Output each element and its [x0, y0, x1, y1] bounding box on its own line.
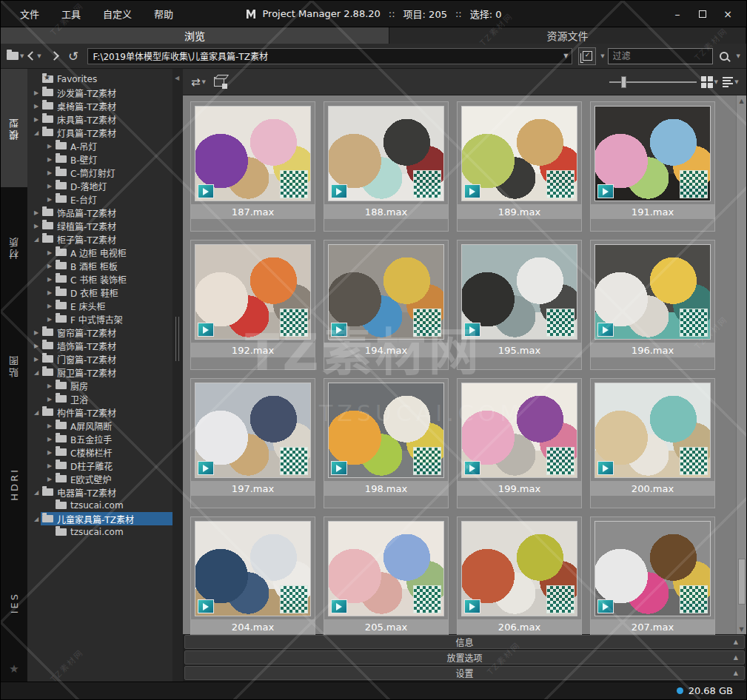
asset-thumbnail[interactable]: [461, 244, 577, 340]
rollout-bar[interactable]: 设置 ▲: [184, 666, 745, 680]
splitter-grip[interactable]: [175, 317, 179, 361]
tree-item[interactable]: ▶ E-台灯: [27, 192, 172, 206]
menu-item[interactable]: 帮助: [145, 4, 182, 24]
asset-thumbnail[interactable]: [195, 244, 311, 340]
expand-arrow-icon[interactable]: ▶: [45, 289, 54, 296]
slider-thumb[interactable]: [621, 76, 626, 88]
menu-item[interactable]: 工具: [53, 4, 90, 24]
tree-item[interactable]: ▶ C 书柜 装饰柜: [27, 272, 172, 286]
main-tab[interactable]: 浏览: [1, 27, 389, 44]
main-tab[interactable]: 资源文件: [389, 27, 746, 44]
favorites-star-icon[interactable]: ★: [9, 662, 19, 676]
tree-item[interactable]: ▶ A-吊灯: [27, 139, 172, 152]
asset-card[interactable]: 191.max: [590, 101, 715, 232]
tree-item[interactable]: ◢ 灯具篇-TZ素材: [27, 126, 172, 139]
refresh-button[interactable]: ↻: [65, 47, 81, 66]
scroll-down-icon[interactable]: ▼: [739, 624, 743, 634]
expand-arrow-icon[interactable]: ▶: [45, 183, 54, 189]
expand-arrow-icon[interactable]: ▶: [32, 90, 41, 96]
category-tab[interactable]: IES: [1, 544, 27, 662]
tree-item[interactable]: ▶ B五金拉手: [27, 432, 172, 445]
expand-arrow-icon[interactable]: ▶: [45, 276, 54, 283]
tree-item[interactable]: ▶ E欧式壁炉: [27, 472, 172, 485]
asset-card[interactable]: 206.max: [457, 516, 582, 647]
tree-item[interactable]: ▶ 饰品篇-TZ素材: [27, 206, 172, 219]
reload-thumbnails-button[interactable]: ⇄▼: [190, 73, 207, 92]
expand-arrow-icon[interactable]: ▶: [45, 383, 54, 389]
minimize-button[interactable]: –: [666, 6, 689, 22]
tree-item[interactable]: ▶ C楼梯栏杆: [27, 445, 172, 459]
path-combobox[interactable]: F:\2019单体模型库收集\儿童家具篇-TZ素材 ▼: [87, 48, 572, 64]
expand-arrow-icon[interactable]: ▶: [45, 396, 54, 403]
asset-thumbnail[interactable]: [195, 106, 311, 201]
thumbnail-size-slider[interactable]: [609, 76, 697, 88]
expand-arrow-icon[interactable]: ▶: [32, 343, 41, 349]
expand-arrow-icon[interactable]: ▶: [45, 449, 54, 456]
asset-thumbnail[interactable]: [461, 383, 577, 478]
asset-card[interactable]: 189.max: [457, 101, 582, 232]
asset-thumbnail[interactable]: [594, 521, 711, 616]
asset-card[interactable]: 199.max: [457, 378, 582, 508]
asset-thumbnail[interactable]: [195, 383, 311, 478]
tree-item[interactable]: Favorites: [27, 73, 172, 86]
expand-arrow-icon[interactable]: ◢: [32, 409, 41, 416]
tree-item[interactable]: ◢ 电器篇-TZ素材: [27, 485, 172, 499]
view-mode-button[interactable]: ▼: [701, 73, 718, 92]
path-value[interactable]: F:\2019单体模型库收集\儿童家具篇-TZ素材: [88, 50, 560, 62]
category-tab[interactable]: 模型: [1, 69, 27, 187]
close-button[interactable]: ×: [717, 6, 739, 22]
tree-item[interactable]: ▶ 墙饰篇-TZ素材: [27, 339, 172, 352]
root-folder-button[interactable]: ▼: [7, 47, 24, 66]
menu-item[interactable]: 自定义: [94, 4, 141, 24]
expand-arrow-icon[interactable]: ◢: [32, 489, 41, 496]
sort-button[interactable]: ▼: [723, 73, 739, 92]
expand-arrow-icon[interactable]: ◢: [32, 236, 41, 243]
tree-item[interactable]: ▶ 床具篇-TZ素材: [27, 112, 172, 126]
expand-arrow-icon[interactable]: ▶: [32, 209, 41, 216]
panel-splitter[interactable]: ◀: [172, 69, 183, 682]
asset-card[interactable]: 194.max: [324, 240, 449, 370]
asset-thumbnail[interactable]: [461, 106, 577, 201]
category-tab[interactable]: HDRI: [1, 425, 27, 543]
category-tab[interactable]: 贴图: [1, 306, 27, 425]
asset-card[interactable]: 207.max: [590, 516, 715, 647]
asset-card[interactable]: 198.max: [324, 378, 449, 508]
tree-item[interactable]: ▶ 厨房: [27, 379, 172, 392]
expand-arrow-icon[interactable]: ▶: [45, 476, 54, 482]
asset-card[interactable]: 196.max: [590, 240, 715, 370]
maximize-button[interactable]: [691, 6, 714, 22]
tree-item[interactable]: ▶ D柱子雕花: [27, 459, 172, 472]
filter-input[interactable]: [608, 48, 713, 64]
tree-item[interactable]: ◢ 儿童家具篇-TZ素材: [27, 512, 172, 525]
expand-arrow-icon[interactable]: ▶: [45, 156, 54, 163]
expand-arrow-icon[interactable]: ▶: [45, 249, 54, 256]
expand-arrow-icon[interactable]: ◢: [32, 129, 41, 136]
expand-arrow-icon[interactable]: ▶: [45, 436, 54, 442]
back-button[interactable]: ▼: [27, 47, 43, 66]
tree-item[interactable]: ▶ 门窗篇-TZ素材: [27, 352, 172, 366]
tree-item[interactable]: ▶ C-筒灯射灯: [27, 166, 172, 179]
forward-button[interactable]: [46, 47, 62, 66]
asset-thumbnail[interactable]: [328, 521, 444, 616]
tree-item[interactable]: ▶ A 边柜 电视柜: [27, 246, 172, 259]
expand-arrow-icon[interactable]: ▶: [32, 223, 41, 229]
tree-item[interactable]: ▶ 窗帘篇-TZ素材: [27, 326, 172, 339]
expand-arrow-icon[interactable]: ▶: [32, 116, 41, 123]
asset-card[interactable]: 204.max: [190, 516, 315, 647]
expand-arrow-icon[interactable]: ▶: [32, 356, 41, 363]
tree-item[interactable]: ◢ 柜子篇-TZ素材: [27, 232, 172, 246]
asset-thumbnail[interactable]: [594, 244, 711, 340]
asset-thumbnail[interactable]: [594, 383, 711, 478]
merge-model-button[interactable]: [211, 73, 227, 92]
expand-arrow-icon[interactable]: ◢: [32, 516, 41, 522]
search-button[interactable]: [716, 47, 732, 66]
collapse-panel-icon[interactable]: ◀: [175, 75, 179, 81]
asset-card[interactable]: 205.max: [324, 516, 449, 647]
expand-arrow-icon[interactable]: ▶: [45, 316, 54, 323]
asset-card[interactable]: 200.max: [590, 378, 715, 508]
asset-thumbnail[interactable]: [328, 244, 444, 340]
tree-item[interactable]: ▶ A屏风隔断: [27, 419, 172, 432]
tree-item[interactable]: ◢ 构件篇-TZ素材: [27, 405, 172, 419]
tree-item[interactable]: ▶ D 衣柜 鞋柜: [27, 286, 172, 299]
menu-item[interactable]: 文件: [11, 4, 48, 24]
